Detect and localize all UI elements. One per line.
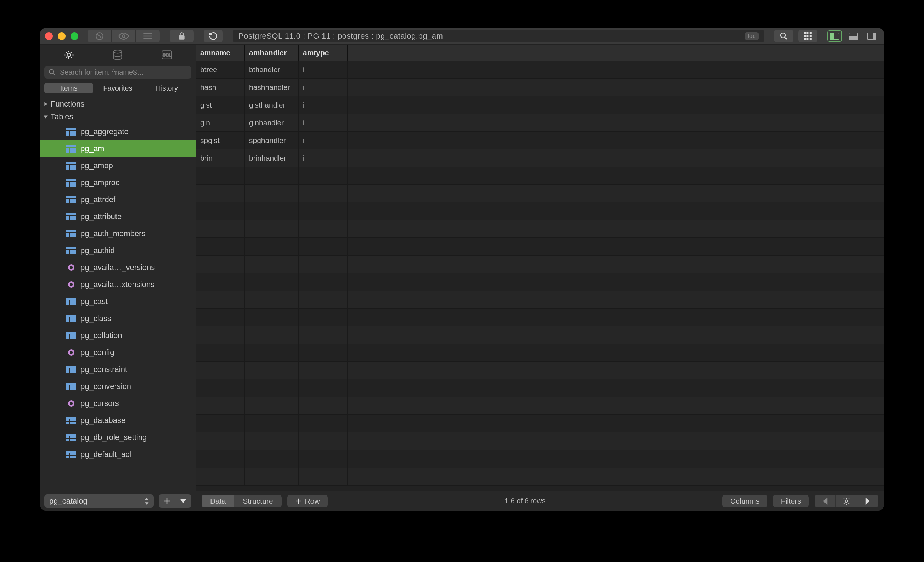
connection-tab[interactable] [46, 48, 92, 62]
grid-cell[interactable]: bthandler [245, 61, 298, 78]
tree-item[interactable]: pg_class [40, 310, 196, 327]
svg-rect-111 [70, 337, 73, 339]
grid-row[interactable]: spgistspghandleri [196, 132, 884, 149]
grid-row[interactable]: btreebthandleri [196, 61, 884, 79]
filter-history[interactable]: History [142, 83, 191, 93]
tree-item[interactable]: pg_constraint [40, 361, 196, 378]
tree-item[interactable]: pg_config [40, 344, 196, 361]
grid-header: amnameamhandleramtype [196, 45, 884, 61]
disconnect-button[interactable] [87, 30, 112, 42]
grid-cell[interactable]: i [298, 132, 348, 149]
grid-cell[interactable]: i [298, 149, 348, 167]
add-button[interactable] [159, 495, 175, 508]
tree-item[interactable]: pg_attrdef [40, 191, 196, 208]
window-close-button[interactable] [45, 32, 53, 40]
tree-group-tables[interactable]: Tables [40, 111, 196, 123]
tree-item[interactable]: pg_database [40, 412, 196, 429]
filters-button[interactable]: Filters [773, 495, 809, 508]
tree-item[interactable]: pg_conversion [40, 378, 196, 395]
schema-select[interactable]: pg_catalog [44, 495, 154, 508]
next-page-button[interactable] [857, 495, 878, 508]
svg-rect-116 [66, 368, 69, 371]
tree-item[interactable]: pg_cast [40, 293, 196, 310]
grid-cell[interactable]: brin [196, 149, 245, 167]
svg-rect-134 [74, 419, 76, 422]
svg-rect-78 [66, 235, 69, 238]
grid-cell[interactable]: ginhandler [245, 114, 298, 131]
grid-cell[interactable]: i [298, 79, 348, 96]
column-header[interactable]: amhandler [245, 45, 298, 61]
database-tab[interactable] [94, 48, 141, 62]
window-zoom-button[interactable] [70, 32, 78, 40]
refresh-button[interactable] [204, 30, 223, 42]
tree-item[interactable]: pg_am [40, 140, 196, 157]
svg-marker-31 [44, 115, 48, 118]
tree-item[interactable]: pg_amop [40, 157, 196, 174]
tree-item[interactable]: pg_amproc [40, 174, 196, 191]
svg-rect-82 [66, 250, 69, 252]
column-header[interactable]: amname [196, 45, 245, 61]
layout-left-button[interactable] [827, 30, 842, 42]
tree-group-functions[interactable]: Functions [40, 98, 196, 111]
grid-cell[interactable]: i [298, 96, 348, 114]
grid-cell[interactable]: hashhandler [245, 79, 298, 96]
page-settings-button[interactable] [836, 495, 857, 508]
add-row-button[interactable]: Row [287, 495, 328, 508]
grid-row[interactable]: gistgisthandleri [196, 96, 884, 114]
search-button[interactable] [774, 30, 793, 42]
tree-item[interactable]: pg_availa…_versions [40, 259, 196, 276]
grid-row[interactable]: ginginhandleri [196, 114, 884, 132]
lock-button[interactable] [170, 30, 194, 42]
grid-row-empty [196, 432, 884, 450]
grid-cell[interactable]: i [298, 61, 348, 78]
data-tab[interactable]: Data [202, 495, 234, 508]
tree-item[interactable]: pg_default_acl [40, 446, 196, 463]
grid-row[interactable]: brinbrinhandleri [196, 149, 884, 167]
grid-cell[interactable]: hash [196, 79, 245, 96]
grid-cell[interactable]: gin [196, 114, 245, 131]
svg-rect-39 [66, 145, 76, 147]
svg-rect-118 [74, 368, 76, 371]
filter-favorites[interactable]: Favorites [93, 83, 142, 93]
filter-items[interactable]: Items [44, 83, 93, 93]
grid-cell[interactable]: brinhandler [245, 149, 298, 167]
tree-item[interactable]: pg_attribute [40, 208, 196, 225]
object-tree[interactable]: FunctionsTablespg_aggregatepg_ampg_amopp… [40, 96, 196, 491]
tree-item[interactable]: pg_cursors [40, 395, 196, 412]
svg-rect-104 [70, 320, 73, 323]
grid-view-button[interactable] [798, 30, 818, 42]
grid-row[interactable]: hashhashhandleri [196, 79, 884, 96]
tree-item[interactable]: pg_db_role_setting [40, 429, 196, 446]
tree-item[interactable]: pg_auth_members [40, 225, 196, 242]
preview-button[interactable] [112, 30, 136, 42]
sidebar-button[interactable] [136, 30, 160, 42]
svg-rect-142 [66, 439, 69, 441]
layout-right-button[interactable] [864, 30, 879, 42]
tree-item[interactable]: pg_availa…xtensions [40, 276, 196, 293]
grid-cell[interactable]: btree [196, 61, 245, 78]
svg-rect-52 [74, 167, 76, 169]
add-menu-button[interactable] [175, 495, 191, 508]
grid-cell[interactable]: gisthandler [245, 96, 298, 114]
window-minimize-button[interactable] [58, 32, 66, 40]
search-input[interactable] [44, 66, 191, 79]
query-tab[interactable]: SQL [144, 48, 190, 62]
tree-item[interactable]: pg_authid [40, 242, 196, 259]
tree-item[interactable]: pg_aggregate [40, 123, 196, 140]
layout-bottom-button[interactable] [846, 30, 861, 42]
content-area: amnameamhandleramtype btreebthandlerihas… [196, 45, 884, 511]
table-icon [66, 417, 76, 424]
tree-item[interactable]: pg_collation [40, 327, 196, 344]
prev-page-button[interactable] [814, 495, 836, 508]
grid-cell[interactable]: spgist [196, 132, 245, 149]
column-header[interactable]: amtype [298, 45, 348, 61]
structure-tab[interactable]: Structure [234, 495, 281, 508]
grid-cell[interactable]: gist [196, 96, 245, 114]
grid-cell[interactable]: i [298, 114, 348, 131]
table-icon [66, 383, 76, 390]
grid-cell[interactable]: spghandler [245, 132, 298, 149]
columns-button[interactable]: Columns [722, 495, 767, 508]
breadcrumb-path[interactable]: PostgreSQL 11.0 : PG 11 : postgres : pg_… [233, 30, 764, 42]
grid-body[interactable]: btreebthandlerihashhashhandlerigistgisth… [196, 61, 884, 491]
svg-rect-14 [810, 35, 812, 37]
